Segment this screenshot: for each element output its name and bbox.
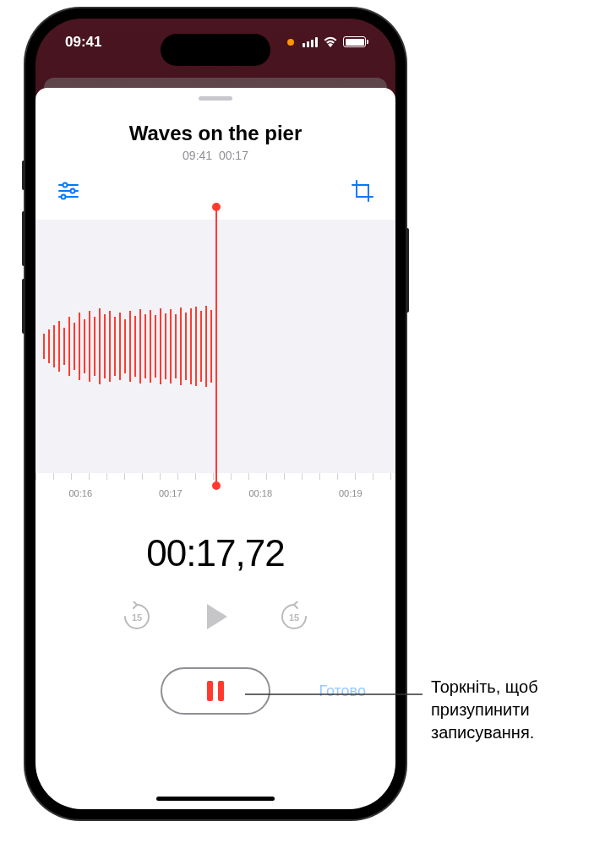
ruler-tick: 00:17 — [159, 488, 183, 498]
ruler-tick: 00:18 — [248, 488, 272, 498]
recording-title[interactable]: Waves on the pier — [35, 122, 395, 145]
pause-button[interactable] — [161, 667, 270, 715]
svg-text:15: 15 — [132, 612, 142, 623]
playhead[interactable] — [215, 207, 217, 486]
cellular-icon — [303, 37, 318, 47]
done-button[interactable]: Готово — [319, 683, 366, 700]
wifi-icon — [323, 36, 338, 47]
time-ruler: 00:16 00:17 00:18 00:19 — [35, 473, 395, 503]
side-button — [22, 211, 25, 266]
ruler-tick: 00:16 — [68, 488, 92, 498]
recording-indicator-dot — [287, 39, 294, 46]
sheet-grabber[interactable] — [199, 96, 232, 101]
play-icon[interactable] — [199, 600, 232, 634]
callout-text: Торкніть, щоб призупинити записування. — [431, 676, 600, 744]
playback-controls: 15 15 — [35, 600, 395, 634]
svg-text:15: 15 — [289, 612, 299, 623]
bottom-controls: Готово — [35, 667, 395, 715]
phone-frame: 09:41 Waves on the pier 09:41 — [25, 8, 406, 819]
skip-back-15-icon[interactable]: 15 — [122, 601, 152, 632]
battery-icon — [343, 36, 366, 47]
elapsed-timer: 00:17,72 — [35, 532, 395, 574]
skip-forward-15-icon[interactable]: 15 — [279, 601, 309, 632]
svg-point-5 — [62, 195, 66, 199]
dynamic-island — [161, 34, 270, 66]
status-indicators — [287, 36, 366, 47]
recording-meta: 09:41 00:17 — [35, 149, 395, 162]
recording-sheet: Waves on the pier 09:41 00:17 — [35, 88, 395, 809]
svg-point-1 — [63, 183, 68, 188]
screen: 09:41 Waves on the pier 09:41 — [35, 19, 395, 809]
settings-sliders-icon[interactable] — [57, 179, 80, 203]
home-indicator[interactable] — [156, 797, 275, 801]
ruler-tick: 00:19 — [339, 488, 363, 498]
svg-point-3 — [71, 189, 75, 193]
side-button — [22, 279, 25, 334]
side-button — [22, 160, 25, 190]
waveform-area[interactable] — [35, 220, 395, 473]
status-time: 09:41 — [65, 34, 101, 51]
side-button — [406, 228, 409, 313]
crop-icon[interactable] — [351, 179, 374, 203]
pause-icon — [207, 681, 224, 701]
